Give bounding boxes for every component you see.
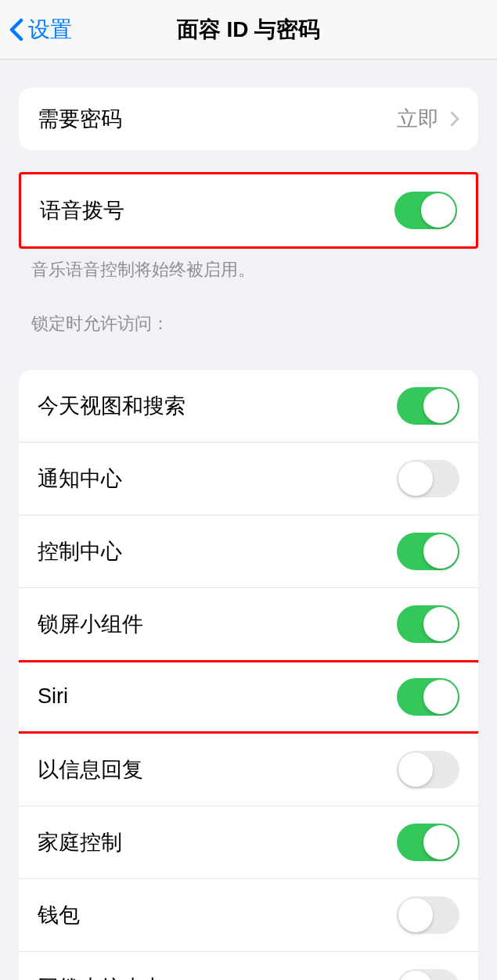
lock-access-label: 钱包	[38, 901, 80, 929]
lock-access-toggle[interactable]	[397, 533, 459, 570]
lock-access-toggle[interactable]	[397, 751, 459, 788]
lock-access-label: 以信息回复	[38, 756, 143, 784]
chevron-right-icon	[450, 111, 459, 127]
lock-access-toggle[interactable]	[397, 387, 459, 425]
voice-dial-row: 语音拨号	[21, 174, 476, 246]
lock-access-header: 锁定时允许访问：	[0, 282, 497, 342]
lock-access-row: 家庭控制	[19, 806, 478, 879]
page-title: 面容 ID 与密码	[0, 15, 497, 45]
lock-access-label: 锁屏小组件	[38, 610, 143, 638]
require-passcode-value: 立即	[397, 105, 439, 133]
voice-dial-highlight: 语音拨号	[19, 172, 478, 249]
lock-access-row: 回拨未接来电	[19, 952, 478, 980]
require-passcode-row[interactable]: 需要密码 立即	[19, 88, 478, 150]
require-passcode-label: 需要密码	[38, 105, 122, 133]
lock-access-row: 钱包	[19, 879, 478, 952]
lock-access-row: 通知中心	[19, 443, 478, 515]
voice-dial-group: 语音拨号	[21, 174, 476, 246]
chevron-left-icon	[9, 18, 23, 41]
lock-access-row: 今天视图和搜索	[19, 370, 478, 443]
voice-dial-footer: 音乐语音控制将始终被启用。	[0, 249, 497, 282]
lock-access-label: 通知中心	[38, 465, 122, 493]
lock-access-row: 控制中心	[19, 515, 478, 588]
lock-access-toggle[interactable]	[397, 605, 459, 643]
back-label: 设置	[28, 15, 72, 45]
back-button[interactable]: 设置	[0, 15, 72, 45]
passcode-group: 需要密码 立即	[19, 88, 478, 150]
lock-access-row: Siri	[19, 661, 478, 734]
lock-access-row: 锁屏小组件	[19, 588, 478, 661]
lock-access-toggle[interactable]	[397, 969, 459, 980]
lock-access-label: 家庭控制	[38, 828, 122, 856]
lock-access-toggle[interactable]	[397, 896, 459, 934]
lock-access-group: 今天视图和搜索通知中心控制中心锁屏小组件Siri以信息回复家庭控制钱包回拨未接来…	[19, 370, 478, 980]
voice-dial-label: 语音拨号	[40, 196, 124, 224]
lock-access-label: 控制中心	[38, 537, 122, 565]
lock-access-row: 以信息回复	[19, 734, 478, 806]
lock-access-label: 今天视图和搜索	[38, 392, 185, 420]
lock-access-toggle[interactable]	[397, 460, 459, 497]
header: 设置 面容 ID 与密码	[0, 0, 497, 59]
lock-access-label: 回拨未接来电	[38, 974, 164, 980]
lock-access-label: Siri	[38, 684, 68, 709]
lock-access-toggle[interactable]	[397, 824, 459, 861]
voice-dial-toggle[interactable]	[394, 192, 457, 229]
lock-access-toggle[interactable]	[397, 678, 459, 716]
